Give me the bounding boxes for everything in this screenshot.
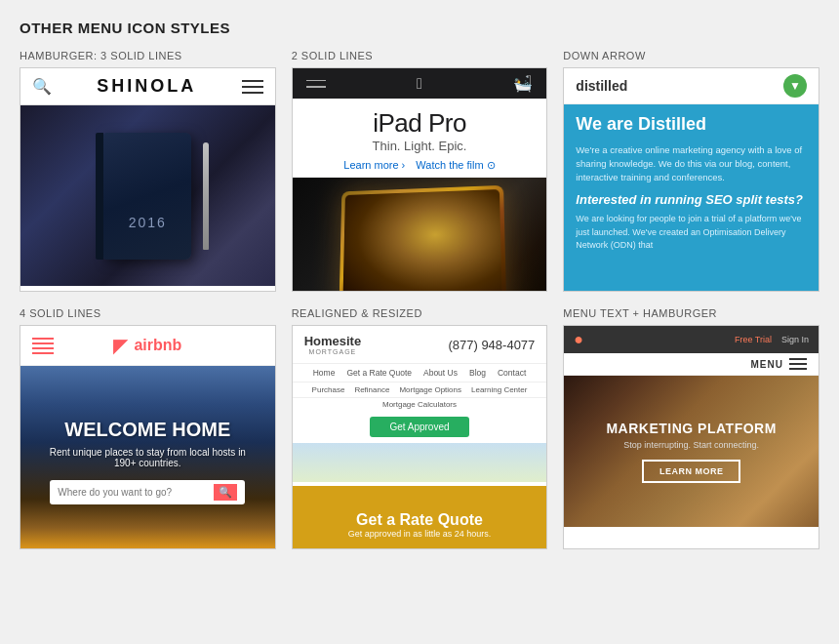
line-2	[242, 86, 263, 88]
cell-homesite: REALIGNED & RESIZED Homesite MORTGAGE (8…	[292, 307, 548, 549]
homesite-hero-banner: Get a Rate Quote Get approved in as litt…	[293, 486, 547, 549]
shinola-logo: SHINOLA	[97, 76, 196, 97]
hubspot-menu-bar: MENU	[564, 353, 819, 376]
learn-more-link[interactable]: Learn more ›	[343, 159, 405, 171]
line-1	[32, 338, 54, 340]
ipad-links: Learn more › Watch the film ⊙	[293, 159, 547, 172]
airbnb-name: airbnb	[134, 337, 181, 354]
apple-mockup:  🛀 iPad Pro Thin. Light. Epic. Learn mo…	[292, 67, 548, 292]
line-3	[789, 368, 807, 370]
line-2	[306, 86, 326, 88]
distilled-subheadline: Interested in running SEO split tests?	[576, 192, 807, 207]
line-4	[32, 352, 54, 354]
apple-logo-icon: 	[417, 75, 422, 93]
hubspot-top-nav: ● Free Trial Sign In	[564, 326, 819, 353]
homesite-hero-sub: Get approved in as little as 24 hours.	[348, 529, 492, 539]
homesite-hero-title: Get a Rate Quote	[356, 511, 483, 529]
pen-visual	[203, 142, 209, 250]
notebook-visual	[103, 133, 191, 260]
cell-shinola-label: HAMBURGER: 3 SOLID LINES	[20, 50, 276, 61]
airbnb-hero: WELCOME HOME Rent unique places to stay …	[20, 366, 275, 549]
hubspot-menu-label: MENU	[751, 359, 783, 370]
cell-homesite-label: REALIGNED & RESIZED	[292, 307, 548, 319]
cell-shinola: HAMBURGER: 3 SOLID LINES 🔍 SHINOLA	[20, 50, 276, 292]
apple-nav:  🛀	[293, 68, 547, 99]
airbnb-subtext: Rent unique places to stay from local ho…	[40, 447, 256, 468]
distilled-intro-text: We're a creative online marketing agency…	[576, 143, 807, 185]
screenshot-grid: HAMBURGER: 3 SOLID LINES 🔍 SHINOLA 2 SOL	[20, 50, 819, 549]
homesite-phone: (877) 948-4077	[448, 338, 535, 352]
down-arrow-icon[interactable]: ▼	[783, 74, 807, 98]
homesite-link-learning[interactable]: Learning Center	[471, 385, 527, 394]
homesite-link-mortgage[interactable]: Mortgage Options	[399, 385, 461, 394]
line-1	[789, 358, 807, 360]
homesite-logo-title: Homesite	[304, 334, 362, 348]
hubspot-signin-link[interactable]: Sign In	[781, 335, 809, 344]
homesite-link-home[interactable]: Home	[313, 368, 336, 378]
ipad-subtitle: Thin. Light. Epic.	[293, 139, 547, 153]
hamburger-4-icon[interactable]	[32, 338, 54, 354]
homesite-link-about[interactable]: About Us	[423, 368, 458, 378]
homesite-cta-button[interactable]: Get Approved	[370, 417, 468, 437]
shinola-mockup: 🔍 SHINOLA	[20, 67, 276, 292]
homesite-logo-sub: MORTGAGE	[304, 348, 362, 355]
homesite-link-quote[interactable]: Get a Rate Quote	[346, 368, 412, 378]
learn-more-button[interactable]: LEARN MORE	[642, 460, 741, 483]
ipad-title: iPad Pro	[293, 108, 547, 139]
cell-airbnb-label: 4 SOLID LINES	[20, 307, 276, 319]
two-solid-lines-icon[interactable]	[306, 80, 326, 88]
line-3	[242, 92, 263, 94]
homesite-link-purchase[interactable]: Purchase	[312, 385, 345, 394]
line-1	[242, 80, 263, 82]
airbnb-nav: ◤ airbnb	[20, 326, 275, 366]
homesite-link-refinance[interactable]: Refinance	[354, 385, 389, 394]
homesite-link-contact[interactable]: Contact	[498, 368, 526, 378]
hubspot-box: ● Free Trial Sign In MENU MARKETING P	[564, 326, 819, 548]
hubspot-hero: MARKETING PLATFORM Stop interrupting. St…	[564, 376, 819, 527]
homesite-logo: Homesite MORTGAGE	[304, 334, 362, 355]
distilled-headline: We are Distilled	[576, 114, 807, 136]
homesite-nav-links: Home Get a Rate Quote About Us Blog Cont…	[293, 364, 547, 382]
hubspot-mockup: ● Free Trial Sign In MENU MARKETING P	[563, 325, 819, 549]
cell-airbnb: 4 SOLID LINES ◤ airbnb WELCOME HOME Rent…	[20, 307, 276, 549]
cell-hubspot: MENU TEXT + HAMBURGER ● Free Trial Sign …	[563, 307, 819, 549]
airbnb-rautenIcon: ◤	[113, 334, 128, 357]
line-3	[32, 347, 54, 349]
distilled-body-text: We are looking for people to join a tria…	[576, 213, 807, 253]
search-icon[interactable]: 🔍	[32, 77, 52, 96]
hubspot-nav-right: Free Trial Sign In	[735, 335, 809, 344]
apple-content: iPad Pro Thin. Light. Epic. Learn more ›…	[293, 99, 547, 172]
ipad-visual	[340, 185, 507, 292]
airbnb-search-bar[interactable]: 🔍	[50, 480, 245, 504]
hubspot-headline: MARKETING PLATFORM	[606, 421, 776, 436]
hamburger-3-icon[interactable]	[242, 80, 263, 94]
hubspot-subtext: Stop interrupting. Start connecting.	[623, 440, 759, 450]
cell-distilled: DOWN ARROW distilled ▼ We are Distilled …	[563, 50, 819, 292]
homesite-mockup: Homesite MORTGAGE (877) 948-4077 Home Ge…	[292, 325, 548, 549]
shinola-nav: 🔍 SHINOLA	[20, 68, 275, 105]
cell-distilled-label: DOWN ARROW	[563, 50, 819, 61]
distilled-body: We are Distilled We're a creative online…	[564, 104, 819, 292]
homesite-link-blog[interactable]: Blog	[469, 368, 486, 378]
notebook-spine	[96, 133, 103, 260]
cell-apple-label: 2 SOLID LINES	[292, 50, 548, 61]
distilled-mockup: distilled ▼ We are Distilled We're a cre…	[563, 67, 819, 292]
homesite-box: Homesite MORTGAGE (877) 948-4077 Home Ge…	[293, 326, 547, 548]
page-title: OTHER MENU ICON STYLES	[20, 20, 819, 36]
airbnb-search-input[interactable]	[58, 487, 214, 498]
airbnb-search-button[interactable]: 🔍	[214, 484, 237, 501]
line-2	[32, 342, 54, 344]
cell-apple: 2 SOLID LINES  🛀 iPad Pro Thin. Light. …	[292, 50, 548, 292]
hubspot-free-trial-link[interactable]: Free Trial	[735, 335, 772, 344]
shopping-bag-icon[interactable]: 🛀	[513, 74, 533, 93]
hubspot-logo: ●	[574, 331, 583, 348]
watch-film-link[interactable]: Watch the film ⊙	[416, 159, 495, 171]
distilled-logo: distilled	[576, 78, 627, 94]
hubspot-hamburger-icon[interactable]	[789, 358, 807, 370]
cell-hubspot-label: MENU TEXT + HAMBURGER	[563, 307, 819, 319]
ipad-bezel	[342, 189, 501, 292]
homesite-nav: Homesite MORTGAGE (877) 948-4077	[293, 326, 547, 364]
homesite-calculators-link[interactable]: Mortgage Calculators	[293, 398, 547, 411]
ipad-planet-visual	[342, 189, 501, 292]
airbnb-logo: ◤ airbnb	[113, 334, 181, 357]
